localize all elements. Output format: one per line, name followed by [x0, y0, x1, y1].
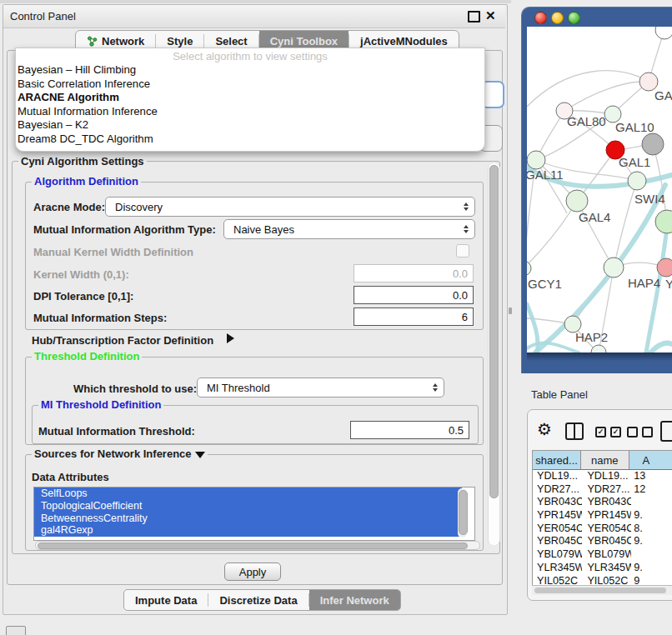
mi-type-combo[interactable]: Naive Bayes [223, 219, 475, 239]
sources-hscrollbar-thumb[interactable] [38, 542, 468, 549]
network-node-gal11[interactable] [527, 151, 545, 169]
kernel-width-label: Kernel Width (0,1): [33, 268, 129, 281]
algorithm-option[interactable]: Bayesian – Hill Climbing [16, 63, 484, 78]
tab-label: Cyni Toolbox [270, 35, 338, 48]
table-cell[interactable]: YBR043C [533, 496, 582, 509]
settings-scrollbar-thumb[interactable] [489, 165, 499, 498]
expand-right-icon[interactable] [227, 333, 234, 343]
attribute-list-item[interactable]: SelfLoops [34, 488, 462, 500]
attribute-list-item[interactable]: BetweennessCentrality [34, 512, 462, 525]
close-icon[interactable]: ✕ [485, 8, 496, 23]
table-row: YBL079WYBL079W [533, 548, 672, 562]
tab-label: jActiveMNodules [360, 35, 448, 48]
collapse-down-icon[interactable] [195, 452, 205, 458]
aracne-mode-combo[interactable]: Discovery [105, 197, 475, 217]
table-cell[interactable] [631, 496, 672, 509]
table-cell[interactable]: YBR043C [582, 496, 631, 509]
network-node[interactable] [655, 27, 672, 39]
network-edge[interactable] [527, 201, 577, 268]
table-cell[interactable]: YER054C [582, 522, 631, 536]
algorithm-option[interactable]: Dream8 DC_TDC Algorithm [16, 132, 484, 147]
network-node[interactable] [591, 345, 606, 352]
tab-label: Discretize Data [219, 594, 297, 607]
algorithm-definition-title: Algorithm Definition [32, 176, 141, 187]
hub-section-label[interactable]: Hub/Transcription Factor Definition [32, 334, 213, 347]
panel-divider-grip[interactable] [509, 308, 512, 314]
apply-button[interactable]: Apply [224, 562, 281, 581]
table-cell[interactable]: 13 [631, 470, 672, 483]
attribute-list-item[interactable]: gal4RGexp [34, 524, 462, 537]
data-attributes-list[interactable]: SelfLoopsTopologicalCoefficientBetweenne… [33, 487, 475, 541]
network-node-gcy1[interactable] [527, 261, 531, 276]
table-cell[interactable]: YBR045C [582, 535, 631, 548]
table-cell[interactable]: 9. [631, 535, 672, 548]
mi-steps-field[interactable]: 6 [354, 308, 474, 326]
attributes-scrollbar-thumb[interactable] [459, 490, 468, 535]
table-hscrollbar-track[interactable] [532, 585, 672, 595]
table-cell[interactable]: 8. [631, 522, 672, 536]
table-cell[interactable]: 12 [631, 483, 672, 497]
mi-threshold-field[interactable]: 0.5 [350, 421, 469, 439]
table-cell[interactable]: YBL079W [582, 548, 631, 562]
bottom-tab-discretize-data[interactable]: Discretize Data [208, 590, 308, 610]
zoom-traffic-light[interactable] [568, 12, 580, 24]
collapsed-corner-button[interactable] [6, 626, 26, 635]
network-canvas[interactable]: GALGAL80GAL10GAL1GAL11SWI4GAL4GCY1HAP4YH… [527, 27, 672, 352]
table-cell[interactable]: YDL19... [582, 470, 631, 483]
dpi-tolerance-field[interactable]: 0.0 [354, 286, 474, 304]
which-threshold-combo[interactable]: MI Threshold [197, 378, 444, 398]
attribute-list-item[interactable]: TopologicalCoefficient [34, 500, 462, 512]
table-cell[interactable]: YER054C [533, 522, 582, 536]
network-node-swi4[interactable] [655, 210, 672, 233]
table-cell[interactable]: YPR145W [582, 509, 631, 522]
column-layout-icon[interactable] [565, 422, 584, 440]
column-header-shared-name[interactable]: shared... [533, 451, 581, 469]
algorithm-option[interactable]: Bayesian – K2 [16, 118, 484, 132]
float-window-icon[interactable] [468, 11, 480, 22]
algorithm-option[interactable]: Basic Correlation Inference [16, 78, 484, 92]
select-all-checkboxes-icon[interactable]: ✓ ✓ [595, 427, 621, 438]
network-node-hap4[interactable] [604, 258, 624, 278]
table-cell[interactable]: YBL079W [533, 548, 582, 562]
network-node-gal4[interactable] [566, 190, 588, 212]
node-label: GAL80 [567, 114, 606, 128]
bottom-tab-infer-network[interactable]: Infer Network [309, 590, 400, 610]
aracne-mode-value: Discovery [115, 201, 163, 213]
threshold-definition-title: Threshold Definition [32, 351, 142, 362]
column-header-name[interactable]: name [581, 451, 629, 469]
network-edge-highlighted[interactable] [650, 342, 672, 352]
deselect-all-checkboxes-icon[interactable] [627, 427, 653, 438]
table-cell[interactable]: 9. [631, 509, 672, 522]
bottom-tab-impute-data[interactable]: Impute Data [124, 590, 208, 610]
table-cell[interactable]: 9. [631, 562, 672, 575]
table-cell[interactable] [631, 548, 672, 562]
table-hscrollbar-thumb[interactable] [534, 588, 666, 593]
table-cell[interactable]: YDR27... [533, 483, 582, 497]
algorithm-option[interactable]: ARACNE Algorithm [16, 91, 484, 105]
table-cell[interactable]: YDL19... [533, 470, 582, 483]
table-cell[interactable]: YLR345W [533, 562, 582, 575]
minimize-traffic-light[interactable] [551, 12, 564, 24]
tab-label: Style [167, 35, 193, 48]
algorithm-option[interactable]: Mutual Information Inference [16, 105, 484, 119]
network-node[interactable] [642, 133, 664, 155]
column-header-partial[interactable]: A [629, 451, 672, 469]
network-edge[interactable] [527, 71, 649, 107]
gear-icon[interactable]: ⚙ [537, 421, 552, 438]
table-cell[interactable]: YDR27... [582, 483, 631, 497]
network-edge[interactable] [564, 82, 649, 111]
window-top-edge [0, 0, 511, 3]
sources-group-title[interactable]: Sources for Network Inference [32, 448, 208, 459]
combo-stepper-icon [464, 225, 469, 233]
table-cell[interactable]: YLR345W [582, 562, 631, 575]
table-cell[interactable]: YPR145W [533, 509, 582, 522]
network-node[interactable] [628, 172, 646, 190]
control-panel-titlebar [3, 5, 505, 28]
network-node-y[interactable] [657, 258, 672, 277]
node-label: GAL10 [615, 120, 654, 134]
mi-threshold-group-title: MI Threshold Definition [38, 399, 163, 410]
table-row: YER054CYER054C8. [533, 522, 672, 536]
table-cell[interactable]: YBR045C [533, 535, 582, 548]
close-traffic-light[interactable] [534, 12, 547, 24]
table-doc-icon[interactable] [660, 421, 672, 442]
